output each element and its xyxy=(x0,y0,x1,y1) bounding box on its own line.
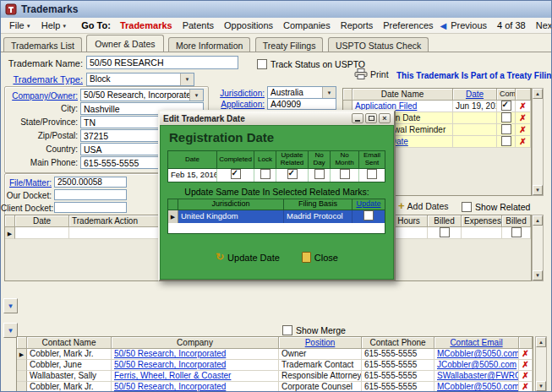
menu-help[interactable]: Help▼ xyxy=(36,20,73,30)
completed-cell[interactable] xyxy=(497,101,516,112)
previous-record-arrow-icon[interactable]: ◀ xyxy=(439,21,449,30)
completed-cell[interactable] xyxy=(497,136,516,148)
show-merge-checkbox-box[interactable] xyxy=(282,325,292,335)
col-update[interactable]: Update xyxy=(353,199,385,210)
delete-date-icon[interactable]: ✗ xyxy=(516,124,531,136)
company-owner-dropdown-button[interactable]: ▼ xyxy=(189,90,203,101)
minimize-button[interactable] xyxy=(352,113,363,123)
menu-goto-oppositions[interactable]: Oppositions xyxy=(219,20,278,30)
no-month-checkbox[interactable] xyxy=(340,169,350,179)
actions-grid-scrollbar[interactable]: ▲ ▼ xyxy=(532,215,544,281)
action-billed-cell[interactable] xyxy=(428,227,462,239)
contact-phone-cell[interactable]: 615-555-5555 xyxy=(362,371,434,382)
title-bar[interactable]: Trademarks xyxy=(1,1,551,18)
update-date-button[interactable]: ↻ Update Date xyxy=(216,253,280,263)
contact-phone-cell[interactable]: 615-555-5555 xyxy=(362,360,434,371)
date-value-cell[interactable] xyxy=(453,124,497,136)
action-date-cell[interactable] xyxy=(15,227,69,239)
contact-company-cell[interactable]: 50/50 Research, Incorporated xyxy=(112,360,279,371)
actions-column-header-billed[interactable]: Billed xyxy=(428,215,462,227)
related-filing-basis-cell[interactable]: Madrid Protocol xyxy=(284,210,353,223)
row-selector-cell[interactable] xyxy=(17,360,27,371)
previous-record-button[interactable]: Previous xyxy=(448,20,489,30)
add-dates-button[interactable]: + Add Dates xyxy=(398,201,449,211)
update-checkbox[interactable] xyxy=(363,210,374,220)
date-value-cell[interactable]: Jun 19, 2015 xyxy=(453,101,497,112)
show-merge-checkbox[interactable]: Show Merge xyxy=(282,325,346,335)
track-status-checkbox-box[interactable] xyxy=(257,59,267,69)
contact-position-cell[interactable]: Corporate Counsel xyxy=(279,382,362,392)
completed-cell[interactable] xyxy=(497,124,516,136)
delete-date-icon[interactable]: ✗ xyxy=(516,101,531,112)
contact-phone-cell[interactable]: 615-555-5555 xyxy=(362,349,434,360)
trademark-type-label[interactable]: Trademark Type: xyxy=(1,74,83,84)
dates-grid-scrollbar[interactable]: ▲ ▼ xyxy=(532,88,544,196)
jurisdiction-dropdown-button[interactable]: ▼ xyxy=(322,87,336,98)
contact-company-cell[interactable]: Ferris, Wheel, Roller & Coaster xyxy=(112,371,279,382)
contacts-column-header-email[interactable]: Contact Email xyxy=(434,337,519,349)
delete-contact-icon[interactable]: ✗ xyxy=(519,349,533,360)
menu-goto-trademarks[interactable]: Trademarks xyxy=(115,20,178,30)
menu-goto-patents[interactable]: Patents xyxy=(178,20,219,30)
jurisdiction-label[interactable]: Jurisdiction: xyxy=(204,89,265,98)
date-value-cell[interactable] xyxy=(453,136,497,148)
contacts-column-header-phone[interactable]: Contact Phone xyxy=(362,337,434,349)
scroll-down-button[interactable]: ▼ xyxy=(536,381,546,391)
menu-goto-reports[interactable]: Reports xyxy=(336,20,379,30)
date-value-cell[interactable] xyxy=(453,112,497,124)
scroll-down-button[interactable]: ▼ xyxy=(533,185,543,195)
actions-column-header-billed2[interactable]: Billed xyxy=(502,215,531,227)
contact-email-cell[interactable]: MCobbler@5050.com xyxy=(434,349,519,360)
completed-checkbox[interactable] xyxy=(501,112,511,122)
actions-column-header-expenses[interactable]: Expenses xyxy=(462,215,502,227)
edit-date-value[interactable]: Feb 15, 2016 xyxy=(168,169,217,182)
menu-file[interactable]: File▼ xyxy=(4,20,36,30)
delete-contact-icon[interactable]: ✗ xyxy=(519,360,533,371)
contact-phone-cell[interactable]: 615-555-5555 xyxy=(362,382,434,392)
completed-checkbox[interactable] xyxy=(501,101,511,111)
completed-checkbox[interactable] xyxy=(231,169,241,179)
scroll-down-button[interactable]: ▼ xyxy=(533,270,543,280)
close-dialog-button[interactable]: Close xyxy=(302,252,338,263)
show-related-checkbox[interactable]: Show Related xyxy=(462,202,530,212)
next-record-button[interactable]: Next xyxy=(533,20,552,30)
contact-email-cell[interactable]: MCobbler@5050.com xyxy=(434,382,519,392)
contacts-column-header-position[interactable]: Position xyxy=(279,337,362,349)
dates-column-header-compl[interactable]: Compl. xyxy=(497,89,516,101)
action-expenses-cell[interactable] xyxy=(462,227,502,239)
file-matter-label[interactable]: File/Matter: xyxy=(1,178,52,188)
email-sent-checkbox[interactable] xyxy=(367,169,377,179)
billed-checkbox[interactable] xyxy=(511,227,522,237)
contact-name-cell[interactable]: Cobbler, Mark Jr. xyxy=(27,349,112,360)
contact-email-cell[interactable]: SWallabaster@FWRCLawyers.com xyxy=(434,371,519,382)
billed-checkbox[interactable] xyxy=(440,227,450,237)
scroll-up-button[interactable]: ▲ xyxy=(536,337,546,347)
contacts-column-header-name[interactable]: Contact Name xyxy=(27,337,112,349)
lock-cell[interactable] xyxy=(254,169,276,182)
menu-goto-companies[interactable]: Companies xyxy=(278,20,336,30)
email-sent-cell[interactable] xyxy=(359,169,385,182)
contacts-grid-scrollbar[interactable]: ▲ ▼ xyxy=(535,336,547,392)
contact-company-cell[interactable]: 50/50 Research, Incorporated xyxy=(112,382,279,392)
no-month-cell[interactable] xyxy=(331,169,359,182)
client-docket-input[interactable] xyxy=(54,202,127,213)
contact-position-cell[interactable]: Owner xyxy=(279,349,362,360)
contact-name-cell[interactable]: Cobbler, June xyxy=(27,360,112,371)
completed-checkbox[interactable] xyxy=(501,136,511,146)
row-selector-cell[interactable] xyxy=(17,371,27,382)
jurisdiction-dropdown[interactable]: Australia ▼ xyxy=(267,86,336,99)
trademark-name-input[interactable] xyxy=(86,56,238,69)
contacts-column-header-company[interactable]: Company xyxy=(112,337,279,349)
scroll-up-button[interactable]: ▲ xyxy=(533,215,543,226)
tab-uspto-status-check[interactable]: USPTO Status Check xyxy=(328,37,429,52)
tab-trademarks-list[interactable]: Trademarks List xyxy=(3,37,82,52)
application-input[interactable] xyxy=(267,98,336,110)
row-selector-cell[interactable]: ▶ xyxy=(5,227,15,239)
related-update-cell[interactable] xyxy=(353,210,385,223)
application-label[interactable]: Application: xyxy=(204,100,265,109)
track-status-checkbox[interactable]: Track Status on USPTO xyxy=(257,59,365,69)
maximize-button[interactable] xyxy=(365,113,377,123)
actions-column-header-hours[interactable]: Hours xyxy=(391,215,428,227)
delete-date-icon[interactable]: ✗ xyxy=(516,112,531,124)
tab-more-information[interactable]: More Information xyxy=(168,37,250,52)
